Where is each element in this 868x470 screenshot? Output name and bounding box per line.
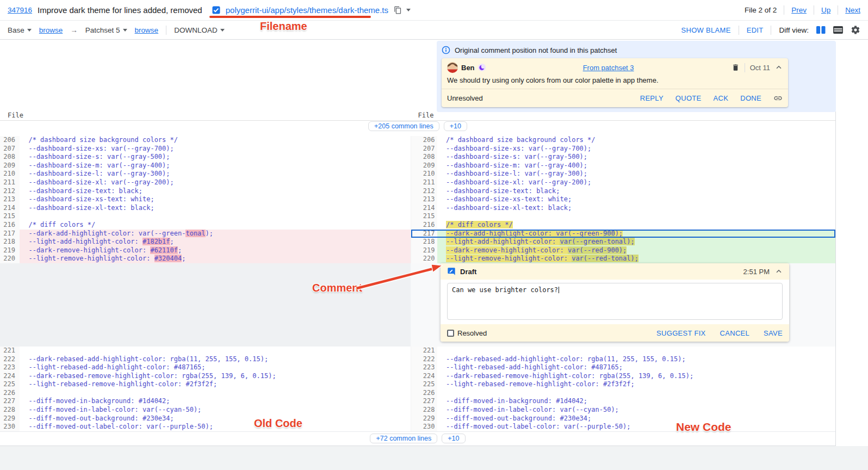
line-number[interactable]: 212: [411, 187, 437, 196]
line-number[interactable]: 222: [0, 355, 20, 364]
line-number[interactable]: 226: [411, 389, 437, 398]
line-number[interactable]: 230: [411, 423, 437, 431]
line-number[interactable]: 208: [411, 153, 437, 162]
line-number[interactable]: 212: [0, 187, 20, 196]
done-button[interactable]: DONE: [740, 94, 761, 102]
line-number[interactable]: 230: [0, 423, 20, 431]
copy-path-button[interactable]: [394, 6, 402, 14]
line-number[interactable]: 208: [0, 153, 20, 162]
line-number[interactable]: 210: [0, 170, 20, 178]
next-file-link[interactable]: Next: [845, 6, 860, 14]
show-blame-button[interactable]: SHOW BLAME: [681, 26, 731, 34]
line-number[interactable]: 211: [0, 178, 20, 187]
expand-ten-lines-bottom-button[interactable]: +10: [442, 434, 465, 443]
browse-patchset-link[interactable]: browse: [135, 26, 159, 34]
download-dropdown[interactable]: DOWNLOAD: [174, 26, 225, 34]
line-number[interactable]: 214: [0, 204, 20, 213]
save-button[interactable]: SAVE: [764, 329, 783, 337]
line-number[interactable]: 213: [0, 195, 20, 204]
expand-common-lines-top-button[interactable]: +205 common lines: [368, 121, 439, 131]
line-number[interactable]: 211: [411, 178, 437, 187]
divider: [745, 63, 745, 72]
line-number[interactable]: 209: [0, 162, 20, 170]
line-number[interactable]: 224: [411, 372, 437, 381]
comment-message: We should try using only colors from our…: [442, 75, 788, 89]
cancel-button[interactable]: CANCEL: [720, 329, 750, 337]
line-number[interactable]: 228: [411, 406, 437, 415]
line-number[interactable]: 217: [0, 230, 20, 238]
line-number[interactable]: 209: [411, 162, 437, 170]
expand-ten-lines-top-button[interactable]: +10: [444, 121, 467, 131]
line-number[interactable]: 207: [411, 145, 437, 153]
line-number[interactable]: 229: [411, 415, 437, 423]
line-number[interactable]: 224: [0, 372, 20, 381]
prev-file-link[interactable]: Prev: [791, 6, 807, 14]
line-number[interactable]: 225: [0, 380, 20, 389]
edit-button[interactable]: EDIT: [747, 26, 764, 34]
line-number[interactable]: 214: [411, 204, 437, 213]
line-number[interactable]: 210: [411, 170, 437, 178]
suggest-fix-button[interactable]: SUGGEST FIX: [656, 329, 705, 337]
line-number[interactable]: 220: [0, 255, 20, 263]
diff-row-new: 209 --dashboard-size-m: var(--gray-400);: [411, 162, 835, 170]
side-by-side-view-button[interactable]: [816, 26, 826, 34]
line-number[interactable]: 215: [0, 212, 20, 221]
diff-row-old: 213 --dashboard-size-xs-text: white;: [0, 195, 411, 204]
diff-row-old: 226: [0, 389, 411, 398]
line-number[interactable]: 217: [411, 230, 437, 238]
file-dropdown-caret-icon[interactable]: [406, 9, 411, 11]
line-number[interactable]: 219: [0, 246, 20, 255]
quote-button[interactable]: QUOTE: [675, 94, 702, 102]
line-number[interactable]: 227: [0, 397, 20, 406]
file-path-link[interactable]: polygerrit-ui/app/styles/themes/dark-the…: [226, 5, 388, 15]
code-line: --diff-moved-in-label-color: var(--cyan-…: [20, 406, 411, 415]
line-number[interactable]: 206: [0, 136, 20, 145]
patchset-dropdown[interactable]: Patchset 5: [85, 26, 127, 34]
line-number[interactable]: 223: [0, 363, 20, 372]
line-number[interactable]: 206: [411, 136, 437, 145]
line-number[interactable]: 218: [411, 238, 437, 246]
collapse-draft-button[interactable]: [775, 268, 783, 275]
diff-preferences-button[interactable]: [851, 25, 860, 35]
line-number[interactable]: 216: [411, 221, 437, 230]
line-number[interactable]: 219: [411, 246, 437, 255]
reply-button[interactable]: REPLY: [640, 94, 664, 102]
line-number[interactable]: 221: [0, 347, 20, 355]
reviewed-checkbox[interactable]: [212, 6, 220, 14]
diff-row-old: 210 --dashboard-size-l: var(--gray-300);: [0, 170, 411, 178]
line-number[interactable]: 228: [0, 406, 20, 415]
line-number[interactable]: 227: [411, 397, 437, 406]
up-link[interactable]: Up: [821, 6, 830, 14]
line-number[interactable]: 213: [411, 195, 437, 204]
diff-row-old: 223 --light-rebased-add-highlight-color:…: [0, 363, 411, 372]
line-number[interactable]: 226: [0, 389, 20, 398]
code-line: --dark-rebased-remove-highlight-color: r…: [20, 372, 411, 381]
line-number[interactable]: 222: [411, 355, 437, 364]
line-number[interactable]: 221: [411, 347, 437, 355]
code-line: --dark-add-highlight-color: var(--green-…: [20, 230, 411, 238]
change-number-link[interactable]: 347916: [8, 6, 32, 14]
ack-button[interactable]: ACK: [714, 94, 729, 102]
code-line: /* dashboard size background colors */: [20, 136, 411, 145]
line-number[interactable]: 225: [411, 380, 437, 389]
unified-view-button[interactable]: [833, 26, 843, 34]
code-line: --diff-moved-in-background: #1d4042;: [20, 397, 411, 406]
browse-base-link[interactable]: browse: [39, 26, 63, 34]
delete-comment-button[interactable]: [731, 63, 740, 72]
resolved-checkbox[interactable]: [447, 330, 454, 337]
line-number[interactable]: 229: [0, 415, 20, 423]
resolved-label: Resolved: [457, 329, 487, 337]
copy-comment-link-button[interactable]: [773, 94, 783, 103]
line-number[interactable]: 216: [0, 221, 20, 230]
line-number[interactable]: 223: [411, 363, 437, 372]
draft-textarea[interactable]: Can we use brighter colors?: [447, 283, 783, 320]
line-number[interactable]: 207: [0, 145, 20, 153]
base-patch-dropdown[interactable]: Base: [8, 26, 32, 34]
code-line: [437, 212, 835, 221]
line-number[interactable]: 215: [411, 212, 437, 221]
code-line: --dark-remove-highlight-color: var(--red…: [437, 246, 835, 255]
line-number[interactable]: 218: [0, 238, 20, 246]
collapse-comment-button[interactable]: [775, 64, 783, 71]
expand-common-lines-bottom-button[interactable]: +72 common lines: [370, 434, 437, 443]
from-patchset-link[interactable]: From patchset 3: [583, 64, 634, 72]
